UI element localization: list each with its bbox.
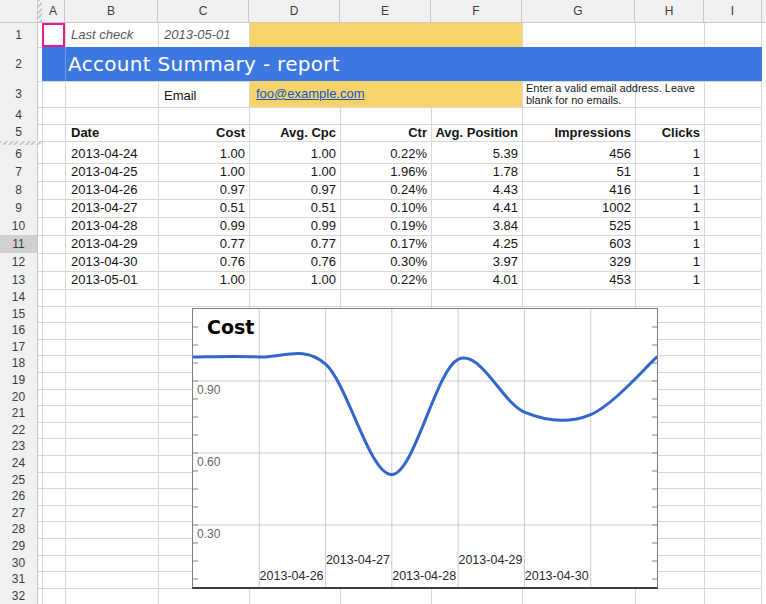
table-row-10-ctr[interactable]: 0.19%: [340, 217, 427, 235]
banner-row[interactable]: Account Summary - report: [42, 47, 762, 81]
table-row-9-avg-cpc[interactable]: 0.51: [249, 199, 336, 217]
row-header-4[interactable]: 4: [0, 107, 38, 125]
cell-b1-last-check[interactable]: Last check: [71, 23, 133, 47]
table-row-10-impressions[interactable]: 525: [522, 217, 631, 235]
table-row-11-cost[interactable]: 0.77: [158, 235, 245, 253]
column-header-I[interactable]: I: [704, 0, 762, 23]
table-row-11-date[interactable]: 2013-04-29: [71, 235, 158, 253]
table-header-ctr[interactable]: Ctr: [340, 124, 427, 141]
table-row-6-avg-position[interactable]: 5.39: [431, 145, 518, 163]
table-row-9-impressions[interactable]: 1002: [522, 199, 631, 217]
table-row-6-clicks[interactable]: 1: [635, 145, 700, 163]
table-row-12-avg-position[interactable]: 3.97: [431, 253, 518, 271]
column-header-D[interactable]: D: [249, 0, 340, 23]
row-header-29[interactable]: 29: [0, 538, 38, 556]
column-header-F[interactable]: F: [431, 0, 522, 23]
table-row-10-avg-position[interactable]: 3.84: [431, 217, 518, 235]
table-row-13-clicks[interactable]: 1: [635, 271, 700, 289]
row-header-5[interactable]: 5: [0, 124, 38, 142]
row-header-9[interactable]: 9: [0, 199, 38, 218]
row-header-3[interactable]: 3: [0, 81, 38, 108]
table-row-6-impressions[interactable]: 456: [522, 145, 631, 163]
table-row-9-clicks[interactable]: 1: [635, 199, 700, 217]
table-row-13-date[interactable]: 2013-05-01: [71, 271, 158, 289]
row-header-30[interactable]: 30: [0, 555, 38, 573]
row-header-2[interactable]: 2: [0, 47, 38, 82]
row-header-25[interactable]: 25: [0, 472, 38, 490]
table-row-12-cost[interactable]: 0.76: [158, 253, 245, 271]
table-row-8-impressions[interactable]: 416: [522, 181, 631, 199]
row-header-21[interactable]: 21: [0, 405, 38, 423]
column-header-G[interactable]: G: [522, 0, 635, 23]
row-header-19[interactable]: 19: [0, 372, 38, 390]
table-row-12-ctr[interactable]: 0.30%: [340, 253, 427, 271]
row-header-18[interactable]: 18: [0, 355, 38, 373]
highlight-range-d1-f1[interactable]: [250, 23, 522, 47]
row-header-26[interactable]: 26: [0, 488, 38, 506]
column-header-H[interactable]: H: [635, 0, 704, 23]
table-row-9-cost[interactable]: 0.51: [158, 199, 245, 217]
row-header-13[interactable]: 13: [0, 271, 38, 290]
row-header-7[interactable]: 7: [0, 163, 38, 182]
column-header-B[interactable]: B: [65, 0, 158, 23]
table-row-11-avg-position[interactable]: 4.25: [431, 235, 518, 253]
table-row-7-cost[interactable]: 1.00: [158, 163, 245, 181]
table-row-8-avg-position[interactable]: 4.43: [431, 181, 518, 199]
cell-c3-email-label[interactable]: Email: [164, 89, 197, 103]
table-row-9-avg-position[interactable]: 4.41: [431, 199, 518, 217]
table-row-7-avg-position[interactable]: 1.78: [431, 163, 518, 181]
table-row-7-impressions[interactable]: 51: [522, 163, 631, 181]
table-row-10-cost[interactable]: 0.99: [158, 217, 245, 235]
table-header-avg-cpc[interactable]: Avg. Cpc: [249, 124, 336, 141]
table-header-avg-position[interactable]: Avg. Position: [431, 124, 518, 141]
row-header-10[interactable]: 10: [0, 217, 38, 236]
table-row-10-date[interactable]: 2013-04-28: [71, 217, 158, 235]
table-row-13-ctr[interactable]: 0.22%: [340, 271, 427, 289]
table-row-12-clicks[interactable]: 1: [635, 253, 700, 271]
table-header-cost[interactable]: Cost: [158, 124, 245, 141]
row-header-8[interactable]: 8: [0, 181, 38, 200]
row-header-12[interactable]: 12: [0, 253, 38, 272]
table-row-13-avg-cpc[interactable]: 1.00: [249, 271, 336, 289]
table-row-13-impressions[interactable]: 453: [522, 271, 631, 289]
row-header-15[interactable]: 15: [0, 306, 38, 324]
table-row-7-date[interactable]: 2013-04-25: [71, 163, 158, 181]
table-row-7-avg-cpc[interactable]: 1.00: [249, 163, 336, 181]
table-row-13-avg-position[interactable]: 4.01: [431, 271, 518, 289]
cost-chart[interactable]: Cost 0.900.600.302013-04-262013-04-27201…: [192, 308, 658, 589]
row-header-31[interactable]: 31: [0, 571, 38, 589]
row-header-23[interactable]: 23: [0, 438, 38, 456]
cell-c1-last-check-date[interactable]: 2013-05-01: [164, 23, 231, 47]
table-row-6-avg-cpc[interactable]: 1.00: [249, 145, 336, 163]
table-row-13-cost[interactable]: 1.00: [158, 271, 245, 289]
row-header-22[interactable]: 22: [0, 422, 38, 440]
table-row-8-ctr[interactable]: 0.24%: [340, 181, 427, 199]
row-header-1[interactable]: 1: [0, 23, 38, 48]
table-row-7-clicks[interactable]: 1: [635, 163, 700, 181]
table-row-6-date[interactable]: 2013-04-24: [71, 145, 158, 163]
table-row-6-ctr[interactable]: 0.22%: [340, 145, 427, 163]
row-header-11[interactable]: 11: [0, 235, 38, 254]
row-header-28[interactable]: 28: [0, 521, 38, 539]
row-header-17[interactable]: 17: [0, 339, 38, 357]
table-row-9-ctr[interactable]: 0.10%: [340, 199, 427, 217]
column-header-C[interactable]: C: [158, 0, 249, 23]
table-row-8-date[interactable]: 2013-04-26: [71, 181, 158, 199]
table-row-11-impressions[interactable]: 603: [522, 235, 631, 253]
table-row-8-avg-cpc[interactable]: 0.97: [249, 181, 336, 199]
table-row-12-date[interactable]: 2013-04-30: [71, 253, 158, 271]
table-row-10-clicks[interactable]: 1: [635, 217, 700, 235]
table-row-8-cost[interactable]: 0.97: [158, 181, 245, 199]
select-all-corner[interactable]: [0, 0, 38, 23]
row-header-6[interactable]: 6: [0, 145, 38, 164]
table-row-11-clicks[interactable]: 1: [635, 235, 700, 253]
row-header-16[interactable]: 16: [0, 322, 38, 340]
row-header-27[interactable]: 27: [0, 505, 38, 523]
table-row-12-impressions[interactable]: 329: [522, 253, 631, 271]
table-header-clicks[interactable]: Clicks: [635, 124, 700, 141]
table-row-10-avg-cpc[interactable]: 0.99: [249, 217, 336, 235]
table-row-11-ctr[interactable]: 0.17%: [340, 235, 427, 253]
table-row-8-clicks[interactable]: 1: [635, 181, 700, 199]
row-header-32[interactable]: 32: [0, 588, 38, 604]
active-cell-a1[interactable]: [42, 23, 65, 47]
